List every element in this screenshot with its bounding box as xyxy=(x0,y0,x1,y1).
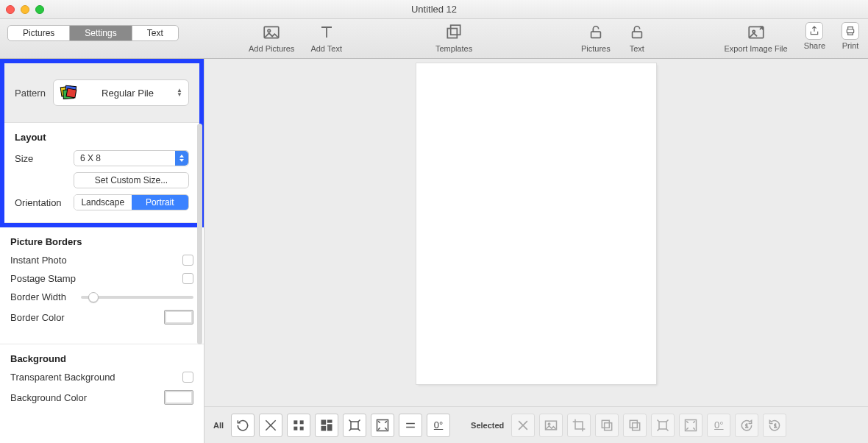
delete-selected-button[interactable] xyxy=(511,414,535,437)
shuffle-button[interactable] xyxy=(231,414,255,437)
svg-rect-28 xyxy=(630,420,638,428)
minimize-window[interactable] xyxy=(21,5,29,14)
selected-tools-group: 0° 1 1 xyxy=(511,414,786,437)
svg-rect-15 xyxy=(294,426,297,430)
pattern-row: Pattern Regular Pile ▲▼ xyxy=(4,63,199,123)
svg-rect-19 xyxy=(327,424,332,430)
instant-photo-checkbox[interactable] xyxy=(182,255,193,266)
svg-rect-2 xyxy=(447,29,457,38)
add-text-label: Add Text xyxy=(310,44,342,53)
bottom-toolbar: All 0° Selected 0° 1 xyxy=(204,406,868,443)
svg-rect-27 xyxy=(633,422,640,430)
svg-rect-13 xyxy=(294,420,297,424)
lock-text-label: Text xyxy=(630,44,644,53)
all-tools-group: 0° xyxy=(231,414,450,437)
equal-spacing-button[interactable] xyxy=(399,414,422,437)
share-button[interactable]: Share xyxy=(804,22,825,53)
canvas[interactable] xyxy=(416,63,656,384)
svg-rect-3 xyxy=(451,25,460,35)
crop-button[interactable] xyxy=(567,414,591,437)
templates-label: Templates xyxy=(435,44,472,53)
tab-settings[interactable]: Settings xyxy=(70,26,132,40)
replace-image-button[interactable] xyxy=(539,414,563,437)
grid-mixed-button[interactable] xyxy=(315,414,338,437)
size-label: Size xyxy=(15,153,66,164)
svg-point-1 xyxy=(268,29,270,32)
svg-rect-29 xyxy=(659,422,666,429)
export-button[interactable]: Export Image File xyxy=(724,22,787,53)
postage-stamp-checkbox[interactable] xyxy=(182,273,193,284)
pattern-value: Regular Pile xyxy=(86,88,169,99)
lock-pictures-label: Pictures xyxy=(581,44,611,53)
border-width-slider[interactable] xyxy=(81,296,193,299)
background-section: Background Transparent Background Backgr… xyxy=(0,344,204,424)
rotate-cw-button[interactable]: 1 xyxy=(735,414,758,437)
lock-pictures-button[interactable]: Pictures xyxy=(581,22,611,53)
size-select[interactable]: 6 X 8 xyxy=(74,150,189,166)
orientation-landscape[interactable]: Landscape xyxy=(74,195,132,210)
reshuffle-button[interactable] xyxy=(259,414,282,437)
send-backward-button[interactable] xyxy=(623,414,647,437)
export-image-icon xyxy=(746,22,766,43)
svg-rect-14 xyxy=(300,420,304,424)
svg-rect-8 xyxy=(847,29,853,33)
svg-rect-5 xyxy=(632,32,641,38)
templates-icon xyxy=(444,22,464,43)
printer-icon xyxy=(842,22,859,40)
svg-rect-21 xyxy=(351,422,358,429)
text-icon xyxy=(316,22,337,43)
transparent-bg-label: Transparent Background xyxy=(10,372,115,383)
add-pictures-label: Add Pictures xyxy=(249,44,294,53)
tab-text[interactable]: Text xyxy=(132,26,178,40)
scale-fill-button[interactable] xyxy=(679,414,702,437)
orientation-label: Orientation xyxy=(15,197,66,208)
layout-heading: Layout xyxy=(15,132,189,143)
svg-rect-26 xyxy=(605,422,612,430)
svg-text:1: 1 xyxy=(746,423,749,428)
straighten-button[interactable]: 0° xyxy=(707,414,730,437)
set-custom-size-button[interactable]: Set Custom Size... xyxy=(74,172,189,188)
all-label: All xyxy=(213,421,224,430)
window-controls xyxy=(6,5,44,14)
window-title: Untitled 12 xyxy=(44,4,824,15)
background-color-label: Background Color xyxy=(10,392,87,403)
print-label: Print xyxy=(842,41,859,50)
add-text-button[interactable]: Add Text xyxy=(310,22,342,53)
rotate-ccw-button[interactable]: 1 xyxy=(763,414,786,437)
main-area: Pattern Regular Pile ▲▼ Layout xyxy=(0,59,868,443)
grid-uniform-button[interactable] xyxy=(287,414,310,437)
svg-rect-25 xyxy=(602,420,610,428)
image-plus-icon xyxy=(261,22,282,43)
chevron-updown-icon: ▲▼ xyxy=(177,88,182,97)
templates-button[interactable]: Templates xyxy=(435,22,472,53)
background-color-well[interactable] xyxy=(164,390,193,405)
add-pictures-button[interactable]: Add Pictures xyxy=(249,22,294,53)
stepper-arrows-icon xyxy=(175,151,188,166)
close-window[interactable] xyxy=(6,5,15,14)
svg-rect-16 xyxy=(300,426,304,430)
postage-stamp-label: Postage Stamp xyxy=(10,273,76,284)
selected-label: Selected xyxy=(471,421,504,430)
background-heading: Background xyxy=(10,353,193,364)
lock-text-button[interactable]: Text xyxy=(627,22,647,53)
sidebar-scrollbar[interactable] xyxy=(197,124,202,344)
fit-out-button[interactable] xyxy=(343,414,366,437)
settings-sidebar: Pattern Regular Pile ▲▼ Layout xyxy=(0,59,204,443)
transparent-bg-checkbox[interactable] xyxy=(182,372,193,383)
bring-forward-button[interactable] xyxy=(595,414,619,437)
layout-highlight-box: Pattern Regular Pile ▲▼ Layout xyxy=(0,59,204,227)
zoom-window[interactable] xyxy=(35,5,44,14)
svg-rect-18 xyxy=(327,419,332,422)
pattern-thumb-icon xyxy=(60,85,79,101)
scale-fit-button[interactable] xyxy=(651,414,675,437)
reset-rotation-button[interactable]: 0° xyxy=(427,414,450,437)
fit-in-button[interactable] xyxy=(371,414,394,437)
tab-pictures[interactable]: Pictures xyxy=(8,26,70,40)
print-button[interactable]: Print xyxy=(842,22,859,53)
size-value: 6 X 8 xyxy=(80,153,101,163)
content-area: All 0° Selected 0° 1 xyxy=(204,59,868,443)
orientation-portrait[interactable]: Portrait xyxy=(132,195,189,210)
border-color-well[interactable] xyxy=(164,310,193,325)
pattern-select[interactable]: Regular Pile ▲▼ xyxy=(53,79,189,106)
share-label: Share xyxy=(804,41,825,50)
